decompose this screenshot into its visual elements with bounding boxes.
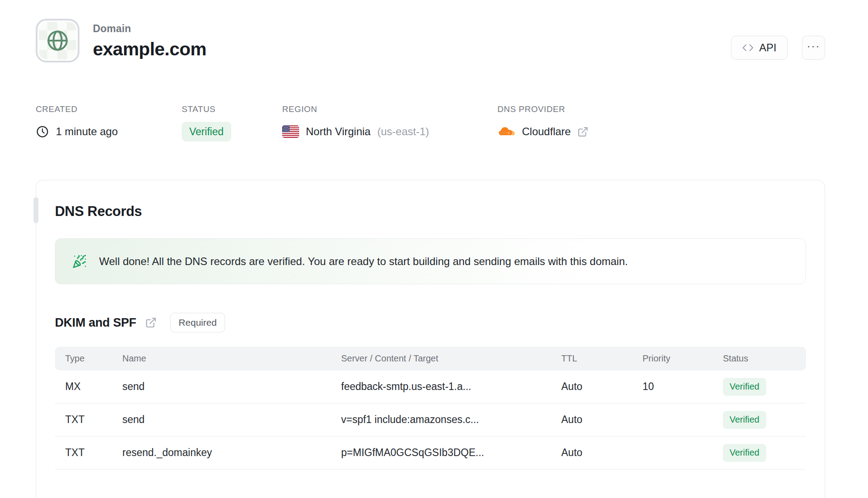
meta-region-code: (us-east-1) — [377, 125, 429, 138]
page-title: example.com — [93, 39, 206, 60]
header-actions: API ··· — [731, 19, 825, 60]
required-badge: Required — [170, 313, 225, 332]
cell-ttl: Auto — [561, 414, 643, 426]
cell-name: send — [122, 414, 341, 426]
title-block: Domain example.com — [93, 19, 206, 60]
meta-region-label: REGION — [282, 104, 497, 114]
dkim-spf-title: DKIM and SPF — [55, 316, 136, 330]
meta-status-label: STATUS — [182, 104, 282, 114]
cell-content: feedback-smtp.us-east-1.a... — [341, 381, 561, 393]
meta-created-label: CREATED — [36, 104, 182, 114]
status-badge: Verified — [182, 122, 231, 141]
cell-name: resend._domainkey — [122, 447, 341, 459]
external-link-icon[interactable] — [145, 317, 157, 328]
row-status-badge: Verified — [723, 378, 766, 396]
ellipsis-icon: ··· — [807, 40, 820, 52]
cell-type: MX — [65, 381, 122, 393]
api-button-label: API — [759, 42, 776, 54]
clock-icon — [36, 125, 49, 138]
page-eyebrow: Domain — [93, 23, 206, 35]
cell-content: p=MIGfMA0GCSqGSIb3DQE... — [341, 447, 561, 459]
col-type: Type — [65, 353, 122, 364]
success-message: Well done! All the DNS records are verif… — [99, 255, 628, 268]
party-popper-icon — [72, 254, 87, 269]
table-header-row: Type Name Server / Content / Target TTL … — [55, 347, 806, 370]
table-row[interactable]: MX send feedback-smtp.us-east-1.a... Aut… — [55, 370, 806, 403]
page-header: Domain example.com API ··· — [36, 19, 825, 62]
row-status-badge: Verified — [723, 444, 766, 462]
domain-avatar — [36, 19, 79, 62]
meta-dns-provider-value: Cloudflare — [522, 125, 571, 138]
cell-name: send — [122, 381, 341, 393]
external-link-icon[interactable] — [577, 126, 588, 137]
domain-detail-page: Domain example.com API ··· CREATED — [0, 0, 868, 498]
meta-dns-provider: DNS PROVIDER Cloudflare — [497, 104, 588, 141]
row-status-badge: Verified — [723, 411, 766, 429]
us-flag-icon — [282, 125, 299, 138]
dkim-spf-section-header: DKIM and SPF Required — [55, 313, 806, 332]
card-scroll-tab — [33, 197, 38, 223]
col-name: Name — [122, 353, 341, 364]
meta-status: STATUS Verified — [182, 104, 282, 141]
globe-icon — [45, 28, 71, 54]
cell-type: TXT — [65, 447, 122, 459]
cell-content: v=spf1 include:amazonses.c... — [341, 414, 561, 426]
api-button[interactable]: API — [731, 36, 788, 60]
meta-region-value: North Virginia — [306, 125, 371, 138]
cell-priority: 10 — [643, 381, 723, 393]
dns-records-card: DNS Records Well done! All the DNS recor… — [36, 180, 825, 498]
col-content: Server / Content / Target — [341, 353, 561, 364]
cell-ttl: Auto — [561, 447, 643, 459]
col-status: Status — [723, 353, 806, 364]
table-row[interactable]: TXT send v=spf1 include:amazonses.c... A… — [55, 403, 806, 436]
success-banner: Well done! All the DNS records are verif… — [55, 238, 806, 284]
meta-created: CREATED 1 minute ago — [36, 104, 182, 141]
cloudflare-icon — [497, 125, 515, 138]
table-row[interactable]: TXT resend._domainkey p=MIGfMA0GCSqGSIb3… — [55, 436, 806, 469]
more-options-button[interactable]: ··· — [802, 36, 825, 60]
cell-ttl: Auto — [561, 381, 643, 393]
cell-type: TXT — [65, 414, 122, 426]
col-priority: Priority — [643, 353, 723, 364]
domain-meta-row: CREATED 1 minute ago STATUS Verified REG… — [36, 104, 825, 141]
dns-records-title: DNS Records — [55, 203, 806, 220]
meta-region: REGION — [282, 104, 497, 141]
code-icon — [742, 42, 754, 54]
meta-dns-provider-label: DNS PROVIDER — [497, 104, 588, 114]
col-ttl: TTL — [561, 353, 643, 364]
meta-created-value: 1 minute ago — [56, 125, 118, 138]
dns-records-table: Type Name Server / Content / Target TTL … — [55, 347, 806, 469]
